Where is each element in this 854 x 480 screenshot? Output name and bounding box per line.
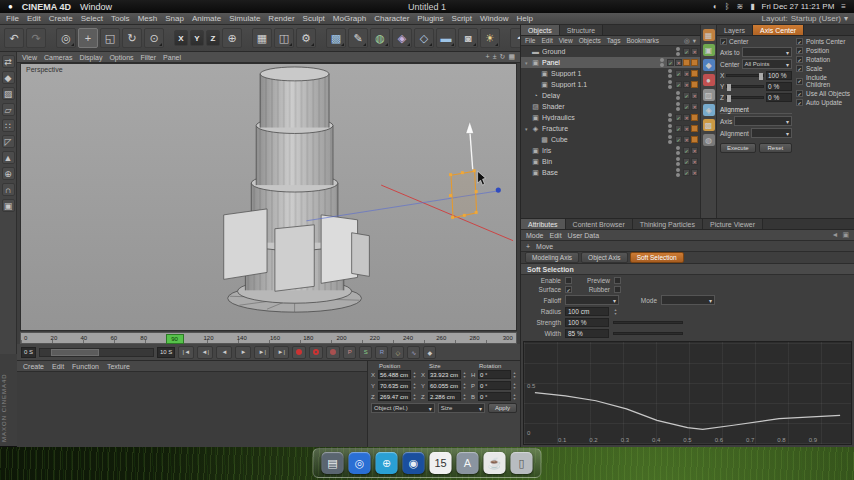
cross-tag-icon[interactable]	[683, 136, 690, 143]
viewport-menu-item[interactable]: View	[22, 54, 37, 61]
mode-dropdown[interactable]: ▾	[661, 295, 715, 305]
coord-mode-dropdown[interactable]: Object (Rel.)▾	[371, 403, 435, 413]
stepper-icon[interactable]: ▴▾	[462, 393, 467, 401]
tab-modeling-axis[interactable]: Modeling Axis	[525, 252, 579, 263]
check-tag-icon[interactable]	[675, 70, 682, 77]
visibility-dots[interactable]	[676, 47, 680, 56]
center-checkbox[interactable]	[720, 38, 727, 45]
x-axis-lock-button[interactable]: X	[174, 30, 188, 46]
check-tag-icon[interactable]	[683, 158, 690, 165]
strength-field[interactable]: 100 %	[565, 318, 609, 327]
attribute-menu-item[interactable]: User Data	[568, 232, 600, 239]
size-y-field[interactable]: 60.055 cm	[428, 381, 461, 390]
object-label[interactable]: Fracture	[542, 125, 668, 132]
add-floor-icon[interactable]: ▬	[436, 28, 456, 48]
y-slider[interactable]	[726, 85, 764, 88]
position-y-field[interactable]: 70.635 cm	[378, 381, 411, 390]
tab-objects[interactable]: Objects	[521, 25, 560, 35]
tab-axis-center[interactable]: Axis Center	[753, 25, 804, 35]
calendar-icon[interactable]: 15	[430, 452, 452, 474]
option-checkbox[interactable]	[796, 56, 803, 63]
object-row[interactable]: ◔Delay	[521, 90, 700, 101]
menu-item[interactable]: Simulate	[229, 14, 260, 23]
viewport-menu-item[interactable]: Cameras	[44, 54, 72, 61]
material-manager[interactable]: Create Edit Function Texture	[17, 361, 368, 447]
edges-mode-icon[interactable]: ◸	[2, 135, 15, 148]
menu-item[interactable]: Window	[480, 14, 508, 23]
menu-item[interactable]: MoGraph	[333, 14, 366, 23]
tab-soft-selection[interactable]: Soft Selection	[630, 252, 684, 263]
texture-mode-icon[interactable]: ▨	[2, 87, 15, 100]
view-pan-icon[interactable]: +	[486, 53, 490, 61]
object-row[interactable]: ▣Hydraulics	[521, 112, 700, 123]
visibility-dots[interactable]	[668, 135, 672, 144]
docked-palette-icon[interactable]: ▩	[703, 119, 715, 131]
size-z-field[interactable]: 2.286 cm	[428, 392, 461, 401]
render-picture-viewer-icon[interactable]: ◫	[274, 28, 294, 48]
parameter-key-icon[interactable]: ◇	[391, 346, 404, 359]
scale-key-icon[interactable]: S	[359, 346, 372, 359]
check-tag-icon[interactable]	[667, 59, 674, 66]
object-menu-item[interactable]: Edit	[541, 37, 552, 44]
object-row[interactable]: ▾◈Fracture	[521, 123, 700, 134]
rotation-b-field[interactable]: 0 °	[478, 392, 511, 401]
lock-icon[interactable]: ▣	[842, 231, 849, 239]
object-row[interactable]: ▣Support 1	[521, 68, 700, 79]
menubar-clock[interactable]: Fri Dec 27 11:21 PM	[762, 2, 835, 11]
strength-slider[interactable]	[613, 321, 683, 324]
option-checkbox[interactable]	[796, 90, 803, 97]
cross-tag-icon[interactable]	[691, 48, 698, 55]
check-tag-icon[interactable]	[683, 48, 690, 55]
add-subdivision-icon[interactable]: ◍	[370, 28, 390, 48]
scrollbar-thumb[interactable]	[51, 349, 98, 356]
reset-button[interactable]: Reset	[759, 143, 792, 153]
position-key-icon[interactable]: P	[343, 346, 356, 359]
object-row[interactable]: ▣Iris	[521, 145, 700, 156]
prev-frame-button[interactable]: ◄	[216, 346, 232, 359]
preview-checkbox[interactable]	[614, 277, 621, 284]
stepper-icon[interactable]: ▴▾	[412, 393, 417, 401]
check-tag-icon[interactable]	[675, 136, 682, 143]
view-zoom-icon[interactable]: ±	[493, 53, 497, 61]
apply-button[interactable]: Apply	[488, 403, 517, 413]
stepper-icon[interactable]: ▴▾	[512, 393, 517, 401]
check-tag-icon[interactable]	[683, 92, 690, 99]
bluetooth-icon[interactable]: ᛒ	[725, 2, 730, 11]
option-checkbox[interactable]	[796, 99, 803, 106]
menu-item[interactable]: Create	[49, 14, 73, 23]
orange-tag-icon[interactable]	[691, 136, 698, 143]
attribute-menu-item[interactable]: Mode	[526, 232, 544, 239]
check-tag-icon[interactable]	[683, 169, 690, 176]
orange-tag-icon[interactable]	[691, 114, 698, 121]
prev-key-button[interactable]: ◄|	[197, 346, 213, 359]
visibility-dots[interactable]	[668, 80, 672, 89]
docked-palette-icon[interactable]: ▦	[703, 29, 715, 41]
enable-checkbox[interactable]	[565, 277, 572, 284]
goto-end-button[interactable]: ►|	[273, 346, 289, 359]
stepper-icon[interactable]: ▴▾	[462, 382, 467, 390]
docked-palette-icon[interactable]: ◍	[703, 134, 715, 146]
stepper-icon[interactable]: ▴▾	[512, 371, 517, 379]
stepper-icon[interactable]: ▴▾	[412, 371, 417, 379]
visibility-dots[interactable]	[676, 91, 680, 100]
menu-item[interactable]: Tools	[111, 14, 130, 23]
surface-checkbox[interactable]	[565, 286, 572, 293]
pla-key-icon[interactable]: ∿	[407, 346, 420, 359]
tab-attributes[interactable]: Attributes	[521, 219, 566, 229]
orange-tag-icon[interactable]	[691, 125, 698, 132]
layout-selector[interactable]: Startup (User)	[791, 14, 841, 23]
live-selection-icon[interactable]: ◎	[56, 28, 76, 48]
selected-object-outline[interactable]	[449, 169, 478, 219]
cross-tag-icon[interactable]	[683, 125, 690, 132]
menu-item[interactable]: Snap	[165, 14, 184, 23]
width-slider[interactable]	[613, 332, 683, 335]
stepper-icon[interactable]: ▴▾	[412, 382, 417, 390]
falloff-curve-graph[interactable]: 0.5 0 0.1 0.2 0.3 0.4 0.5 0.6 0.7 0.8	[523, 341, 852, 445]
cross-tag-icon[interactable]	[683, 70, 690, 77]
object-label[interactable]: Delay	[542, 92, 676, 99]
object-row[interactable]: ▾▣Panel	[521, 57, 700, 68]
visibility-dots[interactable]	[676, 168, 680, 177]
notification-center-icon[interactable]: ≡	[841, 2, 846, 11]
app-menu[interactable]: CINEMA 4D	[22, 2, 71, 12]
viewport-canvas[interactable]: Perspective	[20, 63, 517, 331]
